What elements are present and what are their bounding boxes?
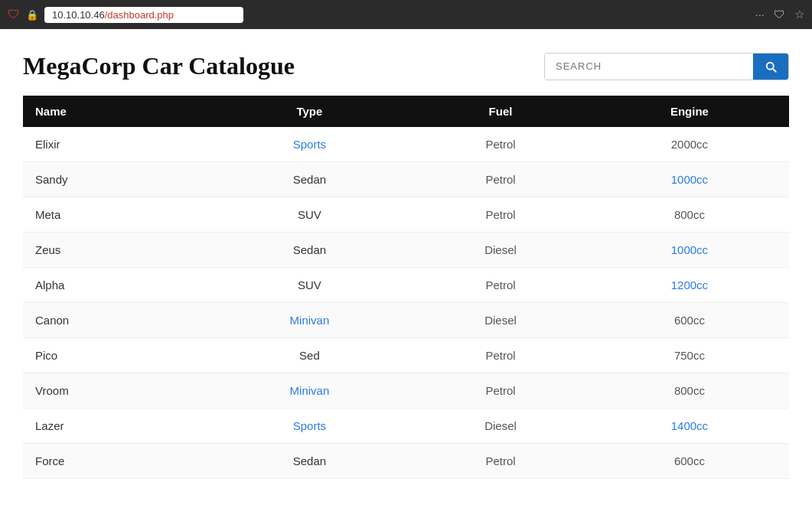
search-icon: [764, 60, 778, 73]
cell-fuel: Petrol: [411, 268, 590, 303]
table-row: CanonMinivanDiesel600cc: [23, 303, 789, 338]
cell-fuel: Petrol: [411, 127, 590, 162]
cell-type: Sed: [208, 338, 411, 373]
col-header-fuel: Fuel: [411, 96, 590, 127]
cell-fuel: Diesel: [411, 303, 590, 338]
cell-engine[interactable]: 1000cc: [590, 233, 789, 268]
cell-name: Pico: [23, 338, 208, 373]
table-body: ElixirSportsPetrol2000ccSandySedanPetrol…: [23, 127, 789, 479]
type-link[interactable]: Sports: [293, 138, 326, 151]
table-row: PicoSedPetrol750cc: [23, 338, 789, 373]
cell-engine[interactable]: 1000cc: [590, 162, 789, 197]
table-row: LazerSportsDiesel1400cc: [23, 409, 789, 444]
cell-engine[interactable]: 1400cc: [590, 409, 789, 444]
cell-name: Canon: [23, 303, 208, 338]
cell-name: Force: [23, 444, 208, 479]
lock-icon: 🔒: [26, 9, 38, 21]
cell-fuel: Diesel: [411, 409, 590, 444]
cell-fuel: Petrol: [411, 444, 590, 479]
pocket-icon[interactable]: 🛡: [774, 8, 785, 21]
url-bar[interactable]: 10.10.10.46/dashboard.php: [44, 7, 243, 23]
header-area: MegaCorp Car Catalogue: [23, 52, 789, 80]
table-header: Name Type Fuel Engine: [23, 96, 789, 127]
cell-name: Lazer: [23, 409, 208, 444]
cell-name: Alpha: [23, 268, 208, 303]
cell-engine: 600cc: [590, 444, 789, 479]
type-link[interactable]: Minivan: [290, 314, 330, 327]
table-row: MetaSUVPetrol800cc: [23, 197, 789, 233]
cell-name: Meta: [23, 197, 208, 233]
cell-engine: 600cc: [590, 303, 789, 338]
cell-type[interactable]: Minivan: [208, 373, 411, 409]
table-row: ForceSedanPetrol600cc: [23, 444, 789, 479]
cell-engine: 750cc: [590, 338, 789, 373]
cell-name: Elixir: [23, 127, 208, 162]
col-header-engine: Engine: [590, 96, 789, 127]
cell-fuel: Diesel: [411, 233, 590, 268]
cell-engine: 2000cc: [590, 127, 789, 162]
cell-name: Vroom: [23, 373, 208, 409]
url-domain: 10.10.10.46: [52, 9, 105, 21]
cell-type: Sedan: [208, 233, 411, 268]
browser-toolbar-icons: ··· 🛡 ☆: [755, 8, 804, 21]
url-path: /dashboard.php: [105, 9, 174, 21]
cell-fuel: Petrol: [411, 162, 590, 197]
type-link[interactable]: Sports: [293, 419, 326, 432]
search-input[interactable]: [545, 54, 753, 80]
engine-link[interactable]: 1000cc: [671, 243, 708, 256]
search-button[interactable]: [753, 54, 788, 80]
cell-engine: 800cc: [590, 373, 789, 409]
page-title: MegaCorp Car Catalogue: [23, 52, 295, 80]
cell-name: Zeus: [23, 233, 208, 268]
bookmark-icon[interactable]: ☆: [794, 8, 804, 21]
cell-engine[interactable]: 1200cc: [590, 268, 789, 303]
cell-type[interactable]: Sports: [208, 127, 411, 162]
shield-icon: 🛡: [8, 8, 20, 21]
car-catalogue-table: Name Type Fuel Engine ElixirSportsPetrol…: [23, 96, 789, 479]
page-content: MegaCorp Car Catalogue Name Type Fuel En…: [0, 29, 812, 494]
cell-type[interactable]: Minivan: [208, 303, 411, 338]
table-row: ZeusSedanDiesel1000cc: [23, 233, 789, 268]
cell-fuel: Petrol: [411, 373, 590, 409]
cell-engine: 800cc: [590, 197, 789, 233]
engine-link[interactable]: 1000cc: [671, 173, 708, 186]
table-row: VroomMinivanPetrol800cc: [23, 373, 789, 409]
cell-type: Sedan: [208, 162, 411, 197]
cell-fuel: Petrol: [411, 197, 590, 233]
engine-link[interactable]: 1400cc: [671, 419, 708, 432]
cell-name: Sandy: [23, 162, 208, 197]
table-row: ElixirSportsPetrol2000cc: [23, 127, 789, 162]
col-header-name: Name: [23, 96, 208, 127]
table-header-row: Name Type Fuel Engine: [23, 96, 789, 127]
cell-type: Sedan: [208, 444, 411, 479]
table-row: SandySedanPetrol1000cc: [23, 162, 789, 197]
cell-type: SUV: [208, 268, 411, 303]
cell-type[interactable]: Sports: [208, 409, 411, 444]
type-link[interactable]: Minivan: [290, 384, 330, 397]
browser-chrome: 🛡 🔒 10.10.10.46/dashboard.php ··· 🛡 ☆: [0, 0, 812, 29]
cell-type: SUV: [208, 197, 411, 233]
table-row: AlphaSUVPetrol1200cc: [23, 268, 789, 303]
cell-fuel: Petrol: [411, 338, 590, 373]
col-header-type: Type: [208, 96, 411, 127]
engine-link[interactable]: 1200cc: [671, 278, 708, 291]
search-container: [544, 53, 789, 80]
more-icon[interactable]: ···: [755, 8, 765, 21]
